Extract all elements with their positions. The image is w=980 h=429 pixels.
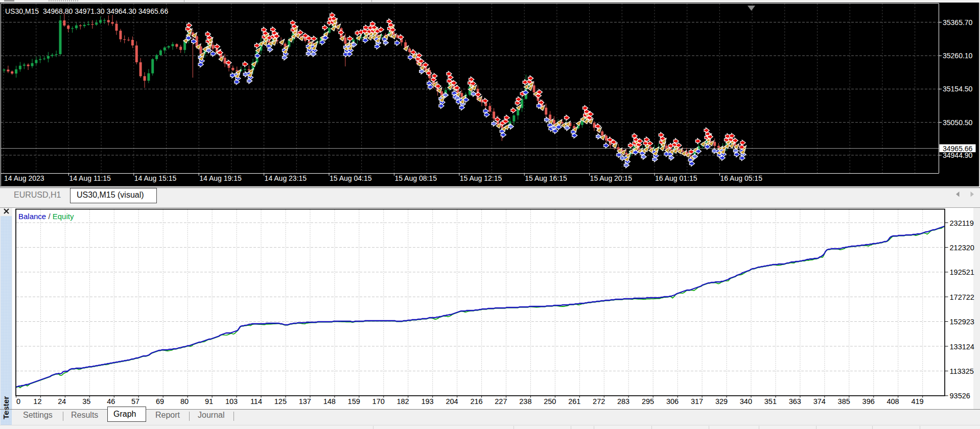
svg-text:238: 238 xyxy=(519,397,531,406)
svg-text:374: 374 xyxy=(813,397,826,406)
svg-text:212320: 212320 xyxy=(950,244,974,252)
svg-text:91: 91 xyxy=(205,397,213,406)
svg-text:114: 114 xyxy=(250,397,262,406)
svg-text:283: 283 xyxy=(617,397,629,406)
svg-text:340: 340 xyxy=(740,397,752,406)
svg-text:363: 363 xyxy=(789,397,801,406)
svg-text:408: 408 xyxy=(886,397,899,406)
svg-text:329: 329 xyxy=(715,397,728,406)
svg-text:317: 317 xyxy=(691,397,703,406)
svg-text:Balance / Equity: Balance / Equity xyxy=(18,212,74,221)
svg-text:148: 148 xyxy=(323,397,336,406)
svg-text:295: 295 xyxy=(642,397,654,406)
svg-text:133124: 133124 xyxy=(950,343,974,351)
svg-text:419: 419 xyxy=(911,397,923,406)
svg-text:193: 193 xyxy=(421,397,433,406)
svg-text:12: 12 xyxy=(33,397,41,406)
svg-text:172722: 172722 xyxy=(950,293,974,301)
svg-text:351: 351 xyxy=(764,397,777,406)
svg-text:216: 216 xyxy=(470,397,482,406)
svg-text:0: 0 xyxy=(16,397,20,406)
svg-text:35: 35 xyxy=(82,397,90,406)
svg-text:57: 57 xyxy=(131,397,139,406)
svg-text:272: 272 xyxy=(593,397,605,406)
svg-text:192521: 192521 xyxy=(950,268,974,276)
svg-text:137: 137 xyxy=(299,397,311,406)
svg-text:182: 182 xyxy=(396,397,409,406)
svg-text:227: 227 xyxy=(495,397,507,406)
svg-text:113325: 113325 xyxy=(950,367,974,375)
svg-text:46: 46 xyxy=(107,397,115,406)
svg-text:396: 396 xyxy=(862,397,875,406)
svg-text:170: 170 xyxy=(372,397,385,406)
svg-text:385: 385 xyxy=(838,397,850,406)
svg-text:250: 250 xyxy=(544,397,556,406)
svg-text:24: 24 xyxy=(58,397,66,406)
svg-text:93526: 93526 xyxy=(950,392,970,400)
svg-text:125: 125 xyxy=(274,397,287,406)
svg-text:69: 69 xyxy=(156,397,164,406)
svg-text:80: 80 xyxy=(180,397,189,406)
svg-text:Tester: Tester xyxy=(2,396,10,419)
svg-text:204: 204 xyxy=(446,397,458,406)
svg-text:261: 261 xyxy=(568,397,580,406)
svg-text:152923: 152923 xyxy=(950,318,974,326)
svg-text:159: 159 xyxy=(348,397,360,406)
svg-text:232119: 232119 xyxy=(950,219,974,227)
svg-text:103: 103 xyxy=(225,397,238,406)
svg-text:306: 306 xyxy=(666,397,679,406)
